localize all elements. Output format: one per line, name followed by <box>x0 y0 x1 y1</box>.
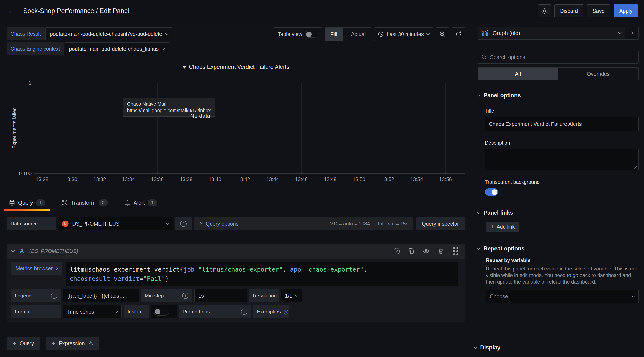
visualization-picker[interactable]: Graph (old) <box>478 27 625 40</box>
display-section-header[interactable]: Display <box>474 344 638 351</box>
gridline <box>330 83 330 174</box>
repeat-description: Repeat this panel for each value in the … <box>486 265 638 285</box>
resolution-select[interactable]: 1/1 <box>281 289 302 302</box>
data-source-help-button[interactable]: ? <box>175 217 192 230</box>
title-field-label: Title <box>485 108 638 114</box>
tab-alert[interactable]: Alert 1 <box>123 195 158 211</box>
duplicate-query-button[interactable] <box>407 247 416 255</box>
variable-value: podtato-main-pod-delete-chaos_litmus <box>69 46 159 52</box>
collapse-chevron-icon[interactable] <box>11 249 15 252</box>
drag-handle[interactable] <box>451 247 460 255</box>
query-row-header[interactable]: A (DS_PROMETHEUS) ? <box>7 243 465 259</box>
tab-transform[interactable]: Transform 0 <box>60 195 109 211</box>
annotation-title: Chaos Native Mail <box>127 101 211 107</box>
interval-value: Interval = 15s <box>378 221 408 227</box>
metrics-browser-button[interactable]: Metrics browser <box>11 262 62 275</box>
format-value: Time series <box>67 309 94 315</box>
tab-query[interactable]: Query 1 <box>8 195 46 211</box>
exemplars-control[interactable]: Exemplars ◎ <box>253 305 288 318</box>
delete-query-button[interactable] <box>436 247 446 255</box>
info-icon: i <box>182 293 188 299</box>
variable-value-dropdown[interactable]: podtato-main-pod-delete-chaos_litmus <box>64 42 169 55</box>
fill-option[interactable]: Fill <box>325 28 342 41</box>
panel-links-section-header[interactable]: Panel links <box>478 210 638 216</box>
search-options-input[interactable] <box>490 54 635 60</box>
refresh-icon <box>455 31 462 37</box>
gridline <box>100 83 100 174</box>
query-options-link[interactable]: Query options <box>206 221 238 227</box>
add-query-button[interactable]: + Query <box>7 336 40 350</box>
refresh-button[interactable] <box>452 27 465 41</box>
heart-icon: ♥ <box>182 64 186 70</box>
add-link-button[interactable]: + Add link <box>486 222 519 232</box>
panel-options-section-header[interactable]: Panel options <box>478 92 638 99</box>
repeat-variable-select[interactable]: Choose <box>486 290 638 303</box>
data-source-picker[interactable]: DS_PROMETHEUS <box>58 217 173 230</box>
header-bar: ← Sock-Shop Performance / Edit Panel Dis… <box>0 0 644 22</box>
gridline <box>244 83 244 174</box>
gridline <box>272 83 273 174</box>
transform-icon <box>62 199 68 206</box>
options-filter-tabs: All Overrides <box>478 67 638 80</box>
toggle-visibility-button[interactable] <box>422 247 431 255</box>
table-view-toggle[interactable] <box>305 31 318 38</box>
max-data-points: MD = auto = 1084 <box>330 221 370 227</box>
info-icon: i <box>241 308 247 315</box>
zoom-out-button[interactable] <box>436 27 449 41</box>
panel-settings-button[interactable] <box>538 5 551 18</box>
gridline <box>157 83 158 174</box>
chevron-down-icon <box>426 32 430 35</box>
options-search[interactable] <box>478 51 638 64</box>
tab-overrides[interactable]: Overrides <box>558 68 638 80</box>
format-select[interactable]: Time series <box>63 305 122 318</box>
trash-icon <box>438 248 444 254</box>
editor-tabs: Query 1 Transform 0 Alert 1 <box>0 195 472 211</box>
tab-all[interactable]: All <box>478 68 558 80</box>
copy-icon <box>408 248 414 254</box>
query-options-bar[interactable]: Query options MD = auto = 1084 Interval … <box>194 217 414 230</box>
query-help-button[interactable]: ? <box>392 247 401 255</box>
promql-line-1: litmuschaos_experiment_verdict{job="litm… <box>70 265 454 274</box>
min-step-input[interactable] <box>194 289 247 302</box>
save-button[interactable]: Save <box>587 5 610 18</box>
x-tick-label: 13:38 <box>180 176 192 182</box>
actual-option[interactable]: Actual <box>346 28 371 41</box>
time-range-label: Last 30 minutes <box>387 31 424 37</box>
repeat-options-section-header[interactable]: Repeat options <box>478 245 638 252</box>
legend-label: Legendi <box>11 289 61 302</box>
toggle-viz-picker-button[interactable] <box>625 27 638 40</box>
x-tick-label: 13:46 <box>295 176 308 182</box>
plus-icon: + <box>490 223 494 230</box>
panel-title-input[interactable] <box>485 117 638 131</box>
x-tick-label: 13:50 <box>353 176 365 182</box>
table-view-control: Table view <box>274 27 322 41</box>
x-tick-label: 13:36 <box>151 176 164 182</box>
metrics-browser-label: Metrics browser <box>16 265 52 271</box>
exemplars-eye-icon: ◎ <box>283 308 288 315</box>
panel-description-textarea[interactable] <box>485 149 638 170</box>
panel-toolbar: Table view Fill Actual Last 30 minutes <box>274 27 465 41</box>
chevron-down-icon <box>165 32 168 35</box>
time-range-picker[interactable]: Last 30 minutes <box>374 27 434 41</box>
discard-button[interactable]: Discard <box>554 5 584 18</box>
add-expression-button[interactable]: + Expression ⚠ <box>46 336 99 350</box>
instant-toggle[interactable] <box>154 308 169 315</box>
variable-chaos-engine-context: Chaos Engine context podtato-main-pod-de… <box>7 42 172 55</box>
variable-chaos-result: Chaos Result podtato-main-pod-delete-cha… <box>7 27 172 41</box>
x-tick-label: 13:28 <box>36 176 48 182</box>
apply-button[interactable]: Apply <box>614 5 638 18</box>
chevron-down-icon <box>114 309 118 313</box>
edit-panel-main: Chaos Result podtato-main-pod-delete-cha… <box>0 22 472 357</box>
resolution-value: 1/1 <box>285 293 292 299</box>
variable-value-dropdown[interactable]: podtato-main-pod-delete-chaosnl7vd-pod-d… <box>46 27 172 41</box>
legend-format-input[interactable] <box>63 289 139 302</box>
variable-label: Chaos Result <box>7 27 44 41</box>
tab-label: Alert <box>134 200 145 206</box>
chevron-down-icon <box>162 47 165 50</box>
promql-expression-input[interactable]: litmuschaos_experiment_verdict{job="litm… <box>66 262 458 286</box>
panel-header[interactable]: ♥ Chaos Experiment Verdict Failure Alert… <box>0 64 472 70</box>
query-inspector-button[interactable]: Query inspector <box>416 217 465 230</box>
x-tick-label: 13:32 <box>94 176 106 182</box>
transparent-background-toggle[interactable] <box>485 188 498 196</box>
back-arrow-icon[interactable]: ← <box>8 5 18 16</box>
